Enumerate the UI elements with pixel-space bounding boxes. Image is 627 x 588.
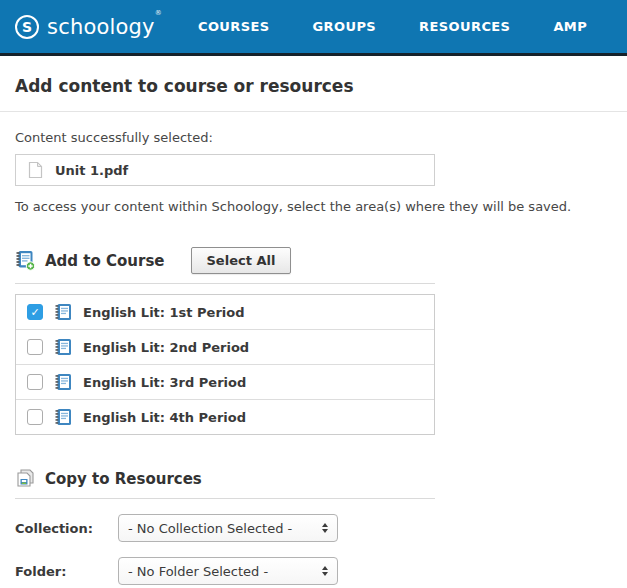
collection-select-value: - No Collection Selected -	[128, 521, 292, 536]
course-notebook-icon	[54, 303, 72, 321]
page-title: Add content to course or resources	[15, 76, 612, 96]
folder-row: Folder: - No Folder Selected -	[15, 557, 612, 585]
collection-row: Collection: - No Collection Selected -	[15, 514, 612, 542]
copy-resources-icon	[15, 468, 36, 489]
course-checkbox-4th-period[interactable]	[27, 409, 43, 425]
collection-select[interactable]: - No Collection Selected -	[118, 514, 338, 542]
schoology-logo[interactable]: S schoology®	[15, 15, 162, 39]
course-row-4th-period[interactable]: English Lit: 4th Period	[16, 400, 434, 434]
course-row-2nd-period[interactable]: English Lit: 2nd Period	[16, 330, 434, 365]
top-navbar: S schoology® COURSES GROUPS RESOURCES AM…	[0, 0, 627, 56]
folder-select-value: - No Folder Selected -	[128, 564, 268, 579]
nav-item-courses[interactable]: COURSES	[198, 19, 270, 34]
add-to-course-heading: Add to Course	[45, 252, 165, 270]
course-label: English Lit: 3rd Period	[83, 375, 246, 390]
nav-item-amp[interactable]: AMP	[553, 19, 587, 34]
course-label: English Lit: 1st Period	[83, 305, 245, 320]
folder-label: Folder:	[15, 564, 118, 579]
course-notebook-icon	[54, 408, 72, 426]
course-notebook-icon	[54, 338, 72, 356]
copy-to-resources-section: Copy to Resources Collection: - No Colle…	[15, 468, 612, 585]
course-checkbox-3rd-period[interactable]	[27, 374, 43, 390]
nav-item-groups[interactable]: GROUPS	[313, 19, 377, 34]
course-row-3rd-period[interactable]: English Lit: 3rd Period	[16, 365, 434, 400]
document-page-icon	[26, 161, 44, 179]
copy-to-resources-header: Copy to Resources	[15, 468, 435, 499]
registered-mark: ®	[155, 9, 162, 17]
instruction-text: To access your content within Schoology,…	[15, 199, 612, 214]
folder-select[interactable]: - No Folder Selected -	[118, 557, 338, 585]
course-checkbox-1st-period[interactable]	[27, 304, 43, 320]
status-text: Content successfully selected:	[15, 130, 612, 145]
select-spinner-icon	[322, 523, 328, 533]
add-to-course-header: Add to Course Select All	[15, 247, 435, 284]
selected-file-box: Unit 1.pdf	[15, 154, 435, 186]
nav-menu: COURSES GROUPS RESOURCES AMP MORE	[198, 18, 627, 36]
selected-file-name: Unit 1.pdf	[55, 163, 128, 178]
collection-label: Collection:	[15, 521, 118, 536]
course-notebook-add-icon	[15, 250, 36, 271]
schoology-logo-text: schoology®	[47, 15, 162, 39]
course-list: English Lit: 1st Period English Lit: 2nd	[15, 294, 435, 435]
nav-item-resources[interactable]: RESOURCES	[419, 19, 510, 34]
course-checkbox-2nd-period[interactable]	[27, 339, 43, 355]
page-header: Add content to course or resources	[0, 56, 627, 112]
select-spinner-icon	[322, 566, 328, 576]
schoology-logo-icon: S	[15, 15, 39, 39]
course-label: English Lit: 4th Period	[83, 410, 246, 425]
course-row-1st-period[interactable]: English Lit: 1st Period	[16, 295, 434, 330]
copy-to-resources-heading: Copy to Resources	[45, 470, 202, 488]
select-all-button[interactable]: Select All	[191, 247, 292, 274]
course-label: English Lit: 2nd Period	[83, 340, 249, 355]
main-content: Content successfully selected: Unit 1.pd…	[0, 130, 627, 588]
add-to-course-section: Add to Course Select All Englis	[15, 247, 612, 435]
course-notebook-icon	[54, 373, 72, 391]
